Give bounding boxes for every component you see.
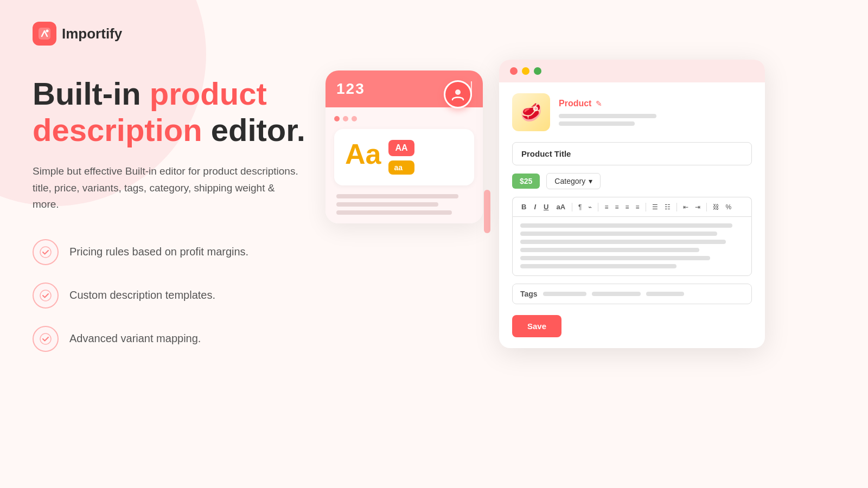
checklist-label-2: Custom description templates.: [69, 289, 215, 301]
product-header-row: 🥩 Product ✎: [512, 93, 752, 131]
toolbar-aa[interactable]: aA: [554, 202, 567, 212]
headline-part1: Built-in: [33, 76, 150, 111]
dot-2: [343, 116, 348, 121]
toolbar-format[interactable]: ⌁: [586, 202, 593, 212]
text-line-1: [520, 223, 732, 228]
tag-line-3: [646, 292, 684, 296]
save-label: Save: [527, 322, 546, 331]
subtext: Simple but effective Built-in editor for…: [33, 163, 304, 213]
dot-3: [352, 116, 357, 121]
svg-rect-0: [39, 28, 50, 40]
titlebar-dot-red: [510, 67, 518, 75]
headline-part4: editor.: [202, 112, 305, 147]
big-letter: Aa: [345, 140, 381, 168]
toolbar-outdent[interactable]: ⇤: [681, 202, 690, 212]
toolbar-list-ul[interactable]: ☰: [650, 202, 660, 212]
product-thumbnail: 🥩: [512, 93, 550, 131]
editor-body: 🥩 Product ✎ Product Title $25 Category ▾: [499, 82, 765, 348]
toolbar-italic[interactable]: I: [532, 202, 538, 212]
editor-titlebar: [499, 60, 765, 82]
toolbar-align-center[interactable]: ≡: [614, 202, 621, 212]
titlebar-dot-green: [534, 67, 541, 75]
toolbar-unlink[interactable]: %: [724, 202, 733, 212]
toolbar-sep-1: [572, 203, 572, 211]
logo-area: Importify: [33, 22, 122, 46]
badge-aa-small: aa: [388, 160, 414, 175]
mock-line-1: [336, 194, 458, 198]
toolbar-sep-3: [646, 203, 646, 211]
product-name-row: Product ✎: [559, 99, 752, 108]
headline-part2: product: [150, 76, 267, 111]
tag-line-2: [592, 292, 641, 296]
checklist-item-3: Advanced variant mapping.: [33, 326, 326, 352]
phone-number: 123: [336, 80, 365, 98]
product-title-field[interactable]: Product Title: [512, 142, 752, 165]
category-dropdown[interactable]: Category ▾: [546, 173, 601, 189]
text-line-4: [520, 248, 699, 252]
edit-icon[interactable]: ✎: [596, 99, 602, 108]
checklist-item-2: Custom description templates.: [33, 282, 326, 309]
mock-line-2: [336, 202, 438, 207]
toolbar-link[interactable]: ⛓: [711, 202, 721, 212]
check-icon-1: [33, 239, 59, 265]
checklist: Pricing rules based on profit margins. C…: [33, 239, 326, 352]
font-card: Aa AA aa: [334, 129, 474, 185]
headline: Built-in product description editor.: [33, 76, 326, 148]
left-content: Built-in product description editor. Sim…: [33, 76, 326, 352]
badge-aa-large: AA: [388, 140, 414, 156]
headline-part3: description: [33, 112, 202, 147]
editor-textarea[interactable]: [512, 216, 752, 276]
svg-point-3: [40, 290, 51, 301]
dot-1: [334, 116, 340, 121]
text-line-6: [520, 264, 676, 268]
text-line-3: [520, 240, 726, 244]
tags-row: Tags: [512, 284, 752, 304]
price-category-row: $25 Category ▾: [512, 173, 752, 189]
tags-label: Tags: [520, 290, 538, 298]
info-line-1: [559, 114, 656, 118]
chevron-down-icon: ▾: [589, 177, 592, 185]
svg-point-5: [455, 89, 461, 95]
toolbar-sep-4: [676, 203, 677, 211]
scroll-bar: [484, 190, 490, 233]
phone-body: Aa AA aa: [326, 107, 483, 223]
toolbar-sep-2: [598, 203, 598, 211]
info-line-2: [559, 121, 635, 126]
category-label: Category: [554, 177, 585, 185]
check-icon-3: [33, 326, 59, 352]
toolbar-sep-5: [706, 203, 707, 211]
product-info: Product ✎: [559, 99, 752, 126]
text-line-2: [520, 232, 717, 236]
toolbar-bold[interactable]: B: [519, 202, 528, 212]
check-icon-2: [33, 282, 59, 309]
product-name: Product: [559, 99, 591, 108]
toolbar-list-ol[interactable]: ☷: [663, 202, 672, 212]
tag-line-1: [543, 292, 586, 296]
mock-line-3: [336, 210, 452, 215]
editor-toolbar: B I U aA ¶ ⌁ ≡ ≡ ≡ ≡ ☰ ☷ ⇤ ⇥ ⛓ %: [512, 197, 752, 216]
avatar-badge: [444, 80, 472, 108]
toolbar-paragraph[interactable]: ¶: [577, 202, 583, 212]
svg-point-1: [46, 30, 49, 33]
text-line-5: [520, 256, 710, 260]
info-lines: [559, 114, 752, 126]
line-group: [334, 194, 474, 215]
checklist-label-1: Pricing rules based on profit margins.: [69, 246, 248, 258]
checklist-item-1: Pricing rules based on profit margins.: [33, 239, 326, 265]
dots-row: [334, 116, 474, 121]
price-badge[interactable]: $25: [512, 174, 540, 189]
product-title-text: Product Title: [521, 149, 571, 158]
toolbar-underline[interactable]: U: [541, 202, 551, 212]
titlebar-dot-yellow: [522, 67, 529, 75]
logo-icon: [33, 22, 56, 46]
save-button[interactable]: Save: [512, 315, 561, 337]
svg-point-2: [40, 247, 51, 258]
toolbar-align-left[interactable]: ≡: [603, 202, 610, 212]
toolbar-align-right[interactable]: ≡: [624, 202, 631, 212]
toolbar-align-justify[interactable]: ≡: [634, 202, 641, 212]
aa-badges: AA aa: [388, 140, 414, 175]
checklist-label-3: Advanced variant mapping.: [69, 332, 201, 345]
svg-point-4: [40, 333, 51, 344]
toolbar-indent[interactable]: ⇥: [693, 202, 702, 212]
logo-text: Importify: [62, 25, 122, 42]
